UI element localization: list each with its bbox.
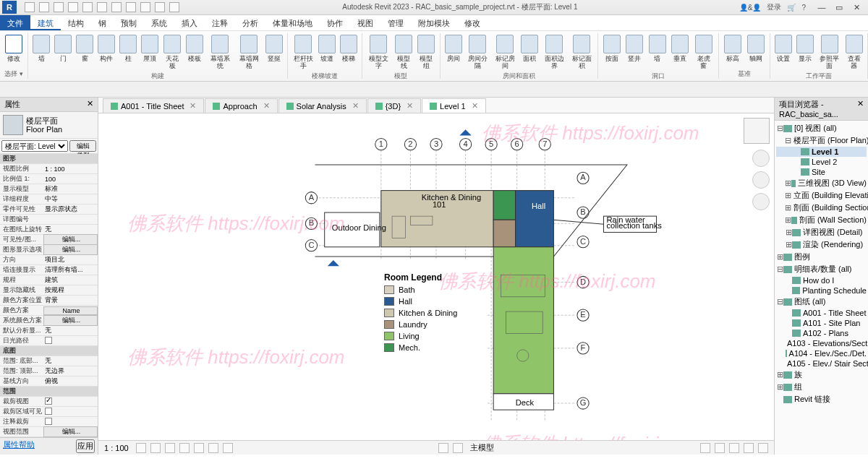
nav-pan-icon[interactable] [752,193,770,210]
view-tab[interactable]: Approach✕ [205,98,277,113]
type-selector[interactable]: 楼层平面 Floor Plan [0,112,98,139]
view-tab[interactable]: Solar Analysis✕ [278,98,367,113]
ribbon-button[interactable]: 窗 [75,33,95,71]
checkbox[interactable] [45,418,52,425]
tree-item[interactable]: Level 2 [776,157,867,167]
tree-item[interactable]: ⊟图纸 (all) [776,296,867,308]
property-row[interactable]: 注释裁剪 [0,417,98,427]
tree-item[interactable]: ⊞详图视图 (Detail) [776,226,867,238]
ribbon-button[interactable]: 标高 [722,33,744,69]
ribbon-button[interactable]: 房间分隔 [465,33,491,71]
editable-icon[interactable] [453,443,463,453]
property-row[interactable]: 墙连接显示清理所有墙... [0,265,98,275]
tree-item[interactable]: Site [776,167,867,177]
tree-toggle-icon[interactable]: ⊟ [776,264,783,274]
tree-item[interactable]: A104 - Elev./Sec./Det. [776,348,867,358]
tree-item[interactable]: ⊞组 [776,381,867,393]
property-value[interactable]: 编辑... [43,426,98,437]
qat-redo-icon[interactable] [68,2,78,12]
tree-toggle-icon[interactable]: ⊞ [776,252,783,262]
property-row[interactable]: 裁剪区域可见 [0,407,98,417]
tree-item[interactable]: ⊟楼层平面 (Floor Plan) [776,134,867,147]
property-row[interactable]: 范围: 顶部...无边界 [0,366,98,377]
ribbon-button[interactable]: 柱 [118,33,138,71]
ribbon-tab[interactable]: 附加模块 [411,15,457,30]
ribbon-button[interactable]: 模型组 [416,33,437,71]
property-value[interactable]: 标准 [43,184,98,194]
filter-dropdown[interactable]: 楼层平面: Level [1,140,68,152]
property-value[interactable]: 显示原状态 [43,205,98,214]
property-row[interactable]: 颜色方案位置背景 [0,296,98,306]
property-row[interactable]: 范围: 底部...无 [0,356,98,366]
property-value[interactable]: 无 [43,356,98,366]
ribbon-button[interactable]: 楼板 [184,33,205,71]
ribbon-button[interactable]: 模型线 [393,33,414,71]
property-row[interactable]: 方向项目北 [0,255,98,265]
select-pin-icon[interactable] [715,443,725,453]
ribbon-button[interactable]: 坡道 [317,33,337,71]
ribbon-button[interactable]: 天花板 [161,33,183,71]
property-value[interactable]: 无 [43,326,98,335]
ribbon-tab[interactable]: 体量和场地 [265,15,320,30]
shadows-icon[interactable] [179,443,190,453]
close-button[interactable]: ✕ [849,3,864,12]
ribbon-button[interactable]: 竖井 [624,33,644,71]
tree-toggle-icon[interactable]: ⊞ [785,228,792,237]
drag-icon[interactable] [744,443,754,453]
qat-print-icon[interactable] [82,2,93,12]
tree-toggle-icon[interactable]: ⊞ [776,382,783,392]
workset-icon[interactable] [438,443,448,453]
canvas[interactable]: 1 2 3 4 5 6 7 A B C A B C D E [98,113,774,440]
property-row[interactable]: 零件可见性显示原状态 [0,205,98,215]
property-row[interactable]: 视图比例1 : 100 [0,164,98,174]
property-row[interactable]: 比例值 1:100 [0,174,98,184]
property-row[interactable]: 可见性/图...编辑... [0,235,98,245]
property-value[interactable]: 编辑... [43,234,98,245]
panel-close-icon[interactable]: ✕ [857,99,864,119]
view-tab[interactable]: {3D}✕ [367,98,421,113]
property-value[interactable] [43,418,98,426]
ribbon-tab[interactable]: 钢 [91,15,114,30]
tree-item[interactable]: ⊞剖面 (Building Section) [776,202,867,214]
ribbon-button[interactable]: 轴网 [745,33,767,69]
ribbon-tab[interactable]: 视图 [350,15,380,30]
view-scale[interactable]: 1 : 100 [104,444,129,452]
view-cube[interactable] [744,118,770,144]
ribbon-button[interactable]: 参照平面 [817,33,843,71]
ribbon-button[interactable]: 标记面积 [569,33,595,71]
ribbon-button[interactable]: 墙 [31,33,51,71]
ribbon-tab[interactable]: 结构 [61,15,91,30]
property-value[interactable]: Name [43,306,98,315]
ribbon-button[interactable]: 竖挺 [264,33,284,71]
modify-button[interactable]: 修改 [3,33,25,69]
qat-close-icon[interactable] [155,2,165,12]
tree-item[interactable]: A101 - Site Plan [776,318,867,328]
property-row[interactable]: 基线方向俯视 [0,377,98,387]
property-value[interactable]: 项目北 [43,255,98,264]
ribbon-button[interactable]: 显示 [795,33,815,71]
hide-icon[interactable] [208,443,218,453]
nav-wheel-icon[interactable] [752,171,770,189]
tree-item[interactable]: ⊞剖面 (Wall Section) [776,214,867,226]
detail-level-icon[interactable] [136,443,146,453]
cart-icon[interactable]: 🛒 [787,4,796,12]
ribbon-tab[interactable]: 分析 [235,15,265,30]
ribbon-button[interactable]: 房间 [443,33,464,71]
ribbon-button[interactable]: 楼梯 [339,33,359,71]
ribbon-tab[interactable]: 管理 [380,15,411,30]
checkbox[interactable] [45,408,52,415]
property-value[interactable]: 俯视 [43,377,98,386]
tree-toggle-icon[interactable]: ⊞ [785,178,791,188]
help-icon[interactable]: ? [801,4,806,12]
qat-thin-icon[interactable] [140,2,150,12]
view-tab[interactable]: Level 1✕ [422,98,485,113]
qat-open-icon[interactable] [25,2,35,12]
tree-item[interactable]: Planting Schedule [776,285,867,296]
property-value[interactable]: 编辑... [43,244,98,255]
tree-toggle-icon[interactable]: ⊟ [776,124,783,133]
property-value[interactable] [43,337,98,345]
ribbon-button[interactable]: 按面 [601,33,622,71]
tree-item[interactable]: A102 - Plans [776,328,867,338]
property-row[interactable]: 系统颜色方案编辑... [0,316,98,326]
tree-item[interactable]: A001 - Title Sheet [776,308,867,318]
